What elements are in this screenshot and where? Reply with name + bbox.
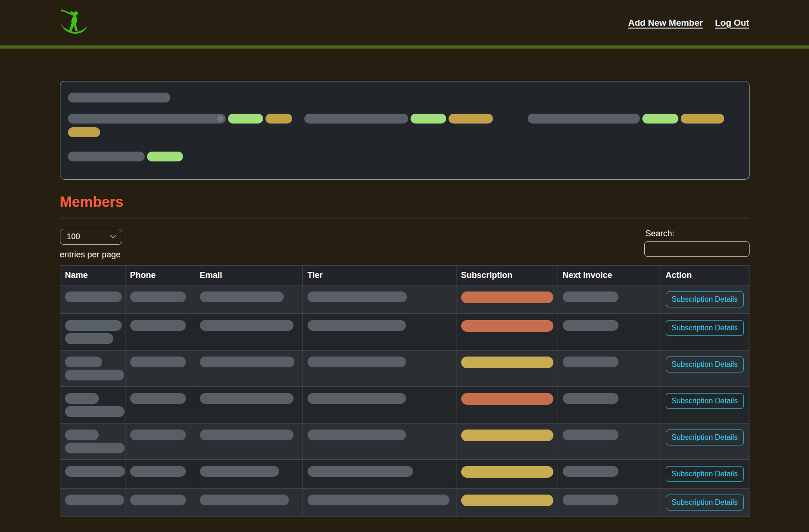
placeholder-pill <box>68 114 226 124</box>
redacted-pill <box>65 333 113 344</box>
subscription-details-button[interactable]: Subscription Details <box>666 495 744 510</box>
table-row: Subscription Details <box>60 387 750 423</box>
email-cell <box>195 314 302 350</box>
phone-cell <box>125 350 195 387</box>
action-cell: Subscription Details <box>661 314 750 350</box>
table-controls: 100 entries per page Search: <box>60 229 750 260</box>
placeholder-pill <box>68 152 145 161</box>
redacted-pill <box>65 466 125 477</box>
spacer <box>495 114 525 124</box>
panel-line <box>68 127 742 137</box>
summary-panel <box>60 81 750 180</box>
name-cell <box>60 314 125 350</box>
panel-line <box>68 93 742 102</box>
email-cell <box>195 488 302 517</box>
members-table-head: NamePhoneEmailTierSubscriptionNext Invoi… <box>60 266 750 285</box>
column-header-subscription: Subscription <box>456 266 558 285</box>
redacted-pill <box>65 357 102 367</box>
redacted-pill <box>130 320 186 331</box>
redacted-pill <box>65 430 99 440</box>
redacted-pill <box>200 320 294 331</box>
table-row: Subscription Details <box>60 350 750 387</box>
placeholder-pill <box>228 114 263 124</box>
next-invoice-cell <box>558 423 661 460</box>
phone-cell <box>125 460 195 488</box>
placeholder-pill <box>68 93 170 102</box>
spacer <box>294 114 302 124</box>
phone-cell <box>125 488 195 517</box>
subscription-details-button[interactable]: Subscription Details <box>666 357 744 372</box>
search-block: Search: <box>644 229 750 257</box>
add-new-member-link[interactable]: Add New Member <box>628 18 703 28</box>
subscription-status-pill <box>461 430 553 441</box>
tier-cell <box>302 285 456 314</box>
placeholder-pill <box>68 127 100 137</box>
name-cell <box>60 387 125 423</box>
phone-cell <box>125 387 195 423</box>
redacted-pill <box>200 495 289 505</box>
name-cell <box>60 423 125 460</box>
column-header-name: Name <box>60 266 125 285</box>
placeholder-pill <box>411 114 446 124</box>
log-out-link[interactable]: Log Out <box>715 18 749 28</box>
redacted-pill <box>200 357 294 367</box>
action-cell: Subscription Details <box>661 460 750 488</box>
entries-per-page-value: 100 <box>67 232 80 241</box>
chevron-down-icon <box>110 233 116 239</box>
subscription-cell <box>456 387 558 423</box>
panel-line <box>68 152 742 161</box>
redacted-pill <box>308 292 407 302</box>
placeholder-pill <box>265 114 292 124</box>
redacted-pill <box>563 466 618 477</box>
column-header-action: Action <box>661 266 750 285</box>
subscription-details-button[interactable]: Subscription Details <box>666 292 744 307</box>
email-cell <box>195 423 302 460</box>
name-cell <box>60 350 125 387</box>
app-header: Add New Member Log Out <box>0 0 809 45</box>
redacted-pill <box>308 495 449 505</box>
redacted-pill <box>563 292 618 302</box>
name-cell <box>60 285 125 314</box>
subscription-details-button[interactable]: Subscription Details <box>666 466 744 482</box>
email-cell <box>195 285 302 314</box>
phone-cell <box>125 314 195 350</box>
redacted-pill <box>200 430 294 440</box>
subscription-status-pill <box>461 320 553 332</box>
action-cell: Subscription Details <box>661 423 750 460</box>
phone-cell <box>125 423 195 460</box>
subscription-cell <box>456 314 558 350</box>
redacted-pill <box>563 357 618 367</box>
panel-line <box>68 114 742 124</box>
redacted-pill <box>65 495 124 505</box>
subscription-status-pill <box>461 495 553 506</box>
redacted-pill <box>65 320 122 331</box>
subscription-cell <box>456 488 558 517</box>
members-page-title: Members <box>60 194 750 211</box>
subscription-details-button[interactable]: Subscription Details <box>666 320 744 336</box>
tier-cell <box>302 460 456 488</box>
table-row: Subscription Details <box>60 423 750 460</box>
subscription-details-button[interactable]: Subscription Details <box>666 430 744 445</box>
table-row: Subscription Details <box>60 314 750 350</box>
tier-cell <box>302 314 456 350</box>
redacted-pill <box>308 466 413 477</box>
redacted-pill <box>65 406 125 417</box>
action-cell: Subscription Details <box>661 488 750 517</box>
placeholder-pill <box>528 114 640 124</box>
search-input[interactable] <box>644 241 750 257</box>
redacted-pill <box>130 292 186 302</box>
redacted-pill <box>200 466 279 477</box>
subscription-details-button[interactable]: Subscription Details <box>666 393 744 409</box>
golfer-swing-logo-icon <box>59 9 89 36</box>
name-cell <box>60 460 125 488</box>
subscription-status-pill <box>461 357 553 368</box>
header-divider <box>0 45 809 49</box>
redacted-pill <box>563 393 618 404</box>
column-header-phone: Phone <box>125 266 195 285</box>
tier-cell <box>302 350 456 387</box>
redacted-pill <box>563 495 618 505</box>
redacted-pill <box>65 292 122 302</box>
entries-per-page-select[interactable]: 100 <box>60 229 122 245</box>
column-header-tier: Tier <box>302 266 456 285</box>
email-cell <box>195 350 302 387</box>
